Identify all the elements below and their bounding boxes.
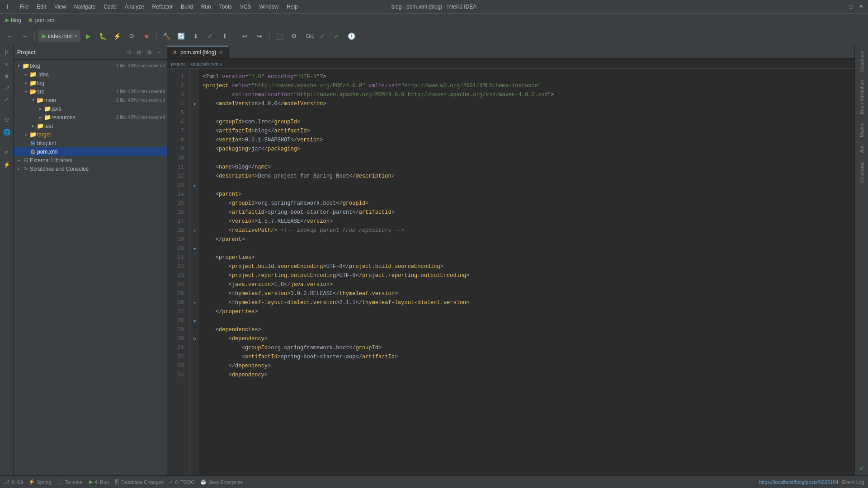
code-line-5 bbox=[203, 108, 851, 117]
profile-button[interactable]: ⟳ bbox=[126, 30, 138, 42]
editor-tab-pom[interactable]: 🗎 pom.xml (blog) ✕ bbox=[167, 46, 229, 58]
bottom-terminal[interactable]: ⬛ Terminal bbox=[57, 479, 84, 485]
stop-button[interactable]: ■ bbox=[140, 30, 153, 42]
fold-btn-21[interactable]: ▾ bbox=[191, 244, 198, 253]
bottom-run[interactable]: ▶ 4: Run bbox=[89, 479, 109, 485]
tree-item-java[interactable]: ▸ 📁 java bbox=[14, 104, 167, 113]
vcs-commit-button[interactable]: ✓ bbox=[204, 30, 217, 42]
tree-item-resources[interactable]: ▸ 📁 resources 1 file: 43% lines covered bbox=[14, 113, 167, 122]
menu-build[interactable]: Build bbox=[177, 3, 197, 11]
close-button[interactable]: ✕ bbox=[857, 3, 864, 10]
breadcrumb-project[interactable]: project bbox=[171, 61, 186, 66]
run-button[interactable]: ▶ bbox=[82, 30, 95, 42]
tree-item-target[interactable]: ▸ 📁 target bbox=[14, 130, 167, 139]
tree-item-main[interactable]: ▾ 📂 main 1 file: 43% lines covered bbox=[14, 96, 167, 104]
build-button[interactable]: 🔨 bbox=[160, 30, 173, 42]
run-config-selector[interactable]: ▶ index.html ▾ bbox=[38, 30, 80, 42]
menu-code[interactable]: Code bbox=[100, 3, 120, 11]
tree-item-pom[interactable]: ▸ 🗎 pom.xml bbox=[14, 147, 167, 156]
project-tool-button[interactable]: P bbox=[1, 47, 12, 58]
bottom-todo[interactable]: ✓ 6: TODO bbox=[169, 479, 195, 485]
persistence-tool-button[interactable]: P bbox=[1, 147, 12, 158]
maximize-button[interactable]: □ bbox=[847, 3, 854, 10]
tree-item-idea[interactable]: ▸ 📁 .idea bbox=[14, 70, 167, 79]
bottom-spring[interactable]: ⚡ Spring bbox=[28, 479, 51, 485]
fold-btn-14[interactable]: ▾ bbox=[191, 181, 198, 190]
panel-collapse-icon[interactable]: − bbox=[155, 48, 163, 56]
redo-button[interactable]: ↪ bbox=[253, 30, 266, 42]
git-check2[interactable]: ✓ bbox=[330, 30, 343, 42]
menu-view[interactable]: View bbox=[51, 3, 70, 11]
vcs-tool-button[interactable]: ⎇ bbox=[1, 82, 12, 93]
endpoint-tool-button[interactable]: ⚡ bbox=[1, 159, 12, 170]
forward-button[interactable]: → bbox=[18, 30, 31, 42]
tree-item-src[interactable]: ▾ 📂 src 1 file: 43% lines covered bbox=[14, 87, 167, 96]
fold-btn-30[interactable]: ↻ bbox=[191, 334, 198, 343]
tree-badge-main: 1 file: 43% lines covered bbox=[116, 98, 165, 103]
debug-button[interactable]: 🐛 bbox=[97, 30, 109, 42]
tree-item-log[interactable]: ▸ 📁 log bbox=[14, 79, 167, 87]
menu-run[interactable]: Run bbox=[198, 3, 215, 11]
structure-tool-button[interactable]: ≡ bbox=[1, 59, 12, 70]
fold-btn-4[interactable]: ▾ bbox=[191, 99, 198, 108]
menu-tools[interactable]: Tools bbox=[216, 3, 236, 11]
git-clock[interactable]: 🕐 bbox=[345, 30, 358, 42]
bottom-java-enterprise[interactable]: ☕ Java Enterprise bbox=[200, 479, 243, 485]
menu-file[interactable]: File bbox=[16, 3, 32, 11]
right-tab-coverage[interactable]: Coverage bbox=[857, 158, 866, 187]
minimize-button[interactable]: ─ bbox=[837, 3, 844, 10]
menu-edit[interactable]: Edit bbox=[33, 3, 50, 11]
tree-item-test[interactable]: ▸ 📁 test bbox=[14, 122, 167, 130]
right-tab-ant[interactable]: Ant bbox=[857, 142, 866, 157]
right-tab-database[interactable]: Database bbox=[857, 47, 866, 75]
coverage-button[interactable]: ⚡ bbox=[111, 30, 124, 42]
breadcrumb-dependencies[interactable]: dependencies bbox=[191, 61, 222, 66]
menu-window[interactable]: Window bbox=[255, 3, 282, 11]
fold-btn-19[interactable]: ▾ bbox=[191, 226, 198, 235]
favorites-tool-button[interactable]: ★ bbox=[1, 70, 12, 81]
right-tab-maven[interactable]: Maven bbox=[857, 119, 866, 141]
menu-navigate[interactable]: Navigate bbox=[71, 3, 99, 11]
browser-tool-button[interactable]: 🌐 bbox=[1, 127, 12, 137]
editor-tab-close[interactable]: ✕ bbox=[219, 50, 223, 56]
title-bar-left: I const menuData = ["File","Edit","View"… bbox=[4, 3, 302, 11]
tree-item-scratches[interactable]: ▸ ✎ Scratches and Consoles bbox=[14, 164, 167, 173]
bottom-git[interactable]: ⎇ 9: Git bbox=[4, 479, 23, 485]
right-tab-bean-validation[interactable]: Bean Validation bbox=[857, 76, 866, 118]
tree-item-external-libs[interactable]: ▸ ⊞ External Libraries bbox=[14, 156, 167, 164]
menu-analyze[interactable]: Analyze bbox=[121, 3, 148, 11]
git-check1[interactable]: ✓ bbox=[316, 30, 329, 42]
undo-button[interactable]: ↩ bbox=[239, 30, 251, 42]
menu-refactor[interactable]: Refactor bbox=[149, 3, 176, 11]
sync-button[interactable]: 🔄 bbox=[175, 30, 188, 42]
tree-label-target: target bbox=[37, 131, 165, 138]
code-content[interactable]: <?xml version="1.0" encoding="UTF-8"?> <… bbox=[199, 69, 854, 475]
vcs-push-button[interactable]: ⬆ bbox=[218, 30, 231, 42]
bottom-database-changes[interactable]: 🗄 Database Changes bbox=[114, 479, 164, 485]
back-button[interactable]: ← bbox=[4, 30, 16, 42]
bottom-url[interactable]: https://localhost/blog/posts/6605184 bbox=[759, 479, 839, 485]
project-tab-pom-label: pom.xml bbox=[35, 17, 56, 23]
web-tool-button[interactable]: W bbox=[1, 115, 12, 126]
terminal-button[interactable]: ⬛ bbox=[274, 30, 286, 42]
panel-locate-icon[interactable]: ⊙ bbox=[125, 48, 133, 56]
folder-icon-log: 📁 bbox=[29, 80, 37, 86]
project-tab-pom[interactable]: 🗎 pom.xml bbox=[26, 16, 58, 24]
project-tab-blog[interactable]: ▶ blog bbox=[3, 16, 24, 24]
menu-vcs[interactable]: VCS bbox=[236, 3, 255, 11]
fold-btn-27[interactable]: ▾ bbox=[191, 298, 198, 307]
toolbar-separator-2 bbox=[156, 32, 157, 41]
code-line-24: <java.version>1.8</java.version> bbox=[203, 280, 851, 289]
panel-settings-icon[interactable]: ⚙ bbox=[145, 48, 153, 56]
menu-help[interactable]: Help bbox=[283, 3, 302, 11]
settings-button[interactable]: ⚙ bbox=[288, 30, 301, 42]
vcs-update-button[interactable]: ⬇ bbox=[189, 30, 202, 42]
panel-expand-icon[interactable]: ⊞ bbox=[135, 48, 143, 56]
commit-tool-button[interactable]: ✓ bbox=[1, 94, 12, 105]
bottom-event-log[interactable]: Event Log bbox=[842, 479, 864, 485]
fold-btn-29[interactable]: ▾ bbox=[191, 316, 198, 325]
tree-item-blog-iml[interactable]: ▸ 🗎 blog.iml bbox=[14, 139, 167, 147]
tree-item-blog[interactable]: ▾ 📁 blog 1 file: 43% lines covered bbox=[14, 61, 167, 70]
tree-arrow-test: ▸ bbox=[30, 123, 36, 128]
ln31: 31 bbox=[169, 343, 188, 352]
